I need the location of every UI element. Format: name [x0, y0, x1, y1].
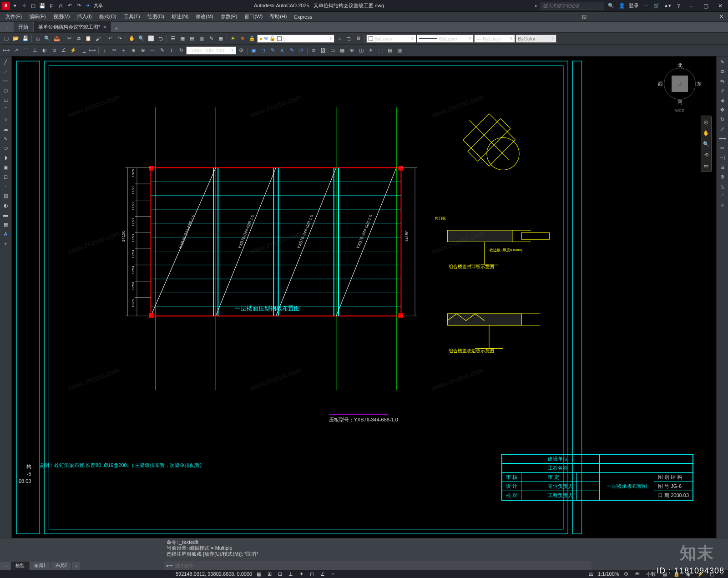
sheet-set-icon[interactable]: ▥ [197, 34, 206, 43]
undo-btn-icon[interactable]: ↶ [106, 34, 115, 43]
pan-icon[interactable]: ✋ [127, 34, 136, 43]
polyline-icon[interactable]: 〰 [1, 76, 11, 86]
layer-states-icon[interactable]: ≣ [335, 34, 344, 43]
menu-help[interactable]: 帮助(H) [266, 12, 290, 21]
workspace-button[interactable]: ⚙ [622, 571, 630, 577]
make-block-icon[interactable]: ◻ [1, 172, 11, 181]
snap-button[interactable]: ⊡ [276, 571, 284, 577]
quickcalc-icon[interactable]: ▦ [216, 34, 225, 43]
save-icon[interactable]: 💾 [38, 2, 46, 10]
layout-icon[interactable]: ▦ [338, 46, 347, 55]
redo-icon[interactable]: ↷ [75, 2, 83, 10]
xline-icon[interactable]: ⟋ [1, 67, 11, 76]
dim-aligned-icon[interactable]: ↗ [11, 46, 20, 55]
model-space-button[interactable]: ▦ [255, 571, 263, 577]
login-label[interactable]: 登录 [629, 2, 639, 9]
tab-model[interactable]: 模型 [11, 562, 30, 570]
region-icon[interactable]: ▬ [1, 210, 11, 219]
block-create-icon[interactable]: ◻ [258, 46, 268, 55]
help-icon[interactable]: ? [674, 2, 682, 10]
doc-close-button[interactable]: ✕ [717, 14, 726, 20]
extend-icon[interactable]: →| [718, 153, 728, 162]
table-icon[interactable]: ▦ [1, 220, 11, 229]
anno-monitor-icon[interactable]: 👁 [633, 571, 642, 577]
attr-edit-icon[interactable]: ✎ [287, 46, 296, 55]
dim-continue-icon[interactable]: ⟼ [88, 46, 97, 55]
hatch-icon[interactable]: ▨ [1, 191, 11, 200]
user-icon[interactable]: 👤 [618, 2, 626, 10]
linetype-dropdown[interactable]: ByLayer▾ [417, 35, 474, 43]
zoom-win-icon[interactable]: ⬜ [147, 34, 156, 43]
viewcube-south[interactable]: 南 [677, 99, 682, 106]
ellipse-arc-icon[interactable]: ◗ [1, 153, 11, 162]
spline-icon[interactable]: ∿ [1, 134, 11, 143]
inspect-icon[interactable]: 👁 [138, 46, 147, 55]
rectangle-icon[interactable]: ▭ [1, 96, 11, 105]
layer-icon[interactable]: ☀ [228, 34, 238, 43]
view-icon[interactable]: 👁 [347, 46, 356, 55]
layer-freeze-icon[interactable]: ❄ [238, 34, 247, 43]
dim-tedit-icon[interactable]: T [167, 46, 176, 55]
dim-edit-icon[interactable]: ✎ [157, 46, 167, 55]
tool-palette-icon[interactable]: ▤ [187, 34, 197, 43]
scale-icon[interactable]: ⤢ [718, 124, 728, 133]
units-button[interactable]: 小数 [644, 571, 658, 578]
help-dropdown-icon[interactable]: ▲▾ [663, 2, 672, 10]
new-icon[interactable]: ✧ [20, 2, 28, 10]
misc1-icon[interactable]: ⬚ [376, 46, 385, 55]
polar-button[interactable]: ✦ [298, 571, 305, 577]
search-icon[interactable]: 🔍 [607, 2, 615, 10]
block-insert-icon[interactable]: ▣ [249, 46, 258, 55]
dimstyle-btn-icon[interactable]: ⚙ [237, 46, 246, 55]
render-icon[interactable]: ☀ [366, 46, 375, 55]
zoom-rt-icon[interactable]: 🔍 [137, 34, 146, 43]
chamfer-icon[interactable]: ◺ [718, 182, 728, 191]
app-menu-icon[interactable]: ≡ [3, 23, 12, 32]
dim-radius-icon[interactable]: ◐ [40, 46, 49, 55]
tab-document[interactable]: 某单位钢结构会议室竣工图*✕ [34, 22, 111, 32]
menu-draw[interactable]: 绘图(D) [144, 12, 168, 21]
paste-icon[interactable]: 📋 [84, 34, 93, 43]
anno-scale-button[interactable]: ⚖ [587, 571, 595, 577]
viewcube-wcs[interactable]: WCS [675, 108, 685, 113]
cut-icon[interactable]: ✂ [65, 34, 74, 43]
tab-close-icon[interactable]: ✕ [103, 25, 106, 30]
properties-icon[interactable]: ☰ [168, 34, 177, 43]
osnap-button[interactable]: ◻ [308, 571, 316, 577]
dim-angular-icon[interactable]: ∠ [59, 46, 68, 55]
break-icon[interactable]: ⊟ [718, 162, 728, 172]
dim-ordinate-icon[interactable]: ⊥ [30, 46, 40, 55]
tab-layout2[interactable]: 布局2 [51, 562, 72, 570]
preview-icon[interactable]: 🔍 [43, 34, 52, 43]
join-icon[interactable]: ⊕ [718, 172, 728, 181]
menu-file[interactable]: 文件(F) [2, 12, 25, 21]
trim-icon[interactable]: ✂ [718, 143, 728, 152]
copy-icon[interactable]: ⧉ [74, 34, 83, 43]
nav-zoom-icon[interactable]: 🔍 [702, 139, 711, 148]
layer-prev-icon[interactable]: ⮌ [344, 34, 354, 43]
stretch-icon[interactable]: ⟷ [718, 134, 728, 143]
minimize-button[interactable]: ─ [685, 1, 697, 10]
nav-orbit-icon[interactable]: ⟲ [702, 150, 711, 159]
point-icon[interactable]: · [1, 182, 11, 191]
viewcube-north[interactable]: 北 [677, 62, 682, 69]
view-cube[interactable]: 北 南 东 西 上 WCS [662, 66, 698, 102]
xref-icon[interactable]: ⧈ [309, 46, 318, 55]
search-caret-icon[interactable]: ▸ [535, 3, 538, 9]
scale-readout[interactable]: 1:1/100% [598, 571, 619, 577]
close-button[interactable]: ✕ [714, 1, 726, 10]
layer-dropdown[interactable]: ●❄🔓0▾ [257, 35, 334, 43]
doc-restore-button[interactable]: ◱ [579, 14, 589, 20]
menu-tools[interactable]: 工具(T) [120, 12, 144, 21]
menu-dimension[interactable]: 标注(N) [168, 12, 192, 21]
layout-add-button[interactable]: ＋ [72, 562, 80, 570]
jog-icon[interactable]: 〰 [148, 46, 157, 55]
undo-icon[interactable]: ↶ [66, 2, 74, 10]
match-icon[interactable]: 🖌 [93, 34, 102, 43]
gradient-icon[interactable]: ◐ [1, 201, 11, 210]
tab-start[interactable]: 开始 [14, 22, 33, 32]
otrack-button[interactable]: ∠ [318, 571, 327, 577]
fillet-icon[interactable]: ◜ [718, 191, 728, 200]
center-mark-icon[interactable]: ⊕ [129, 46, 138, 55]
menu-edit[interactable]: 编辑(E) [25, 12, 50, 21]
